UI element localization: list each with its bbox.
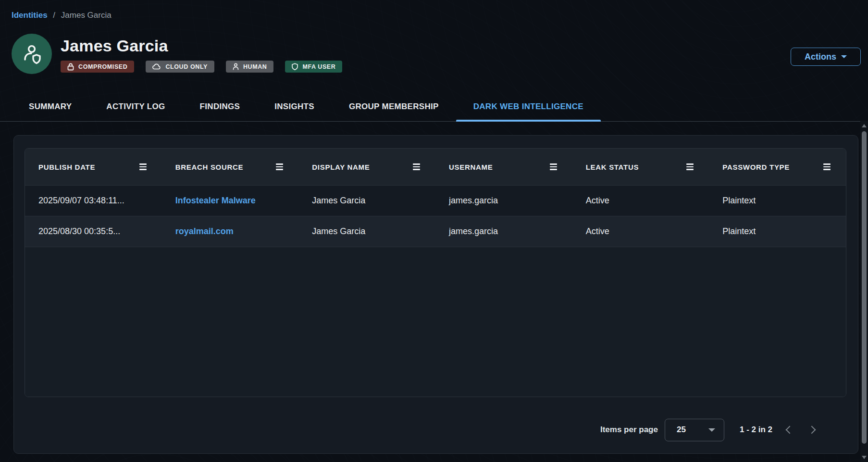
tab-bar: SUMMARY ACTIVITY LOG FINDINGS INSIGHTS G… (0, 96, 868, 122)
page-title: James Garcia (61, 37, 168, 55)
pagination-range: 1 - 2 in 2 (740, 425, 772, 435)
identity-avatar (12, 34, 52, 74)
cell-breach-source-link[interactable]: Infostealer Malware (162, 196, 299, 206)
cell-breach-source-link[interactable]: royalmail.com (162, 226, 299, 237)
person-icon (233, 63, 239, 70)
tab-insights[interactable]: INSIGHTS (257, 96, 332, 122)
column-header-publish-date[interactable]: PUBLISH DATE (25, 163, 162, 171)
tab-findings[interactable]: FINDINGS (183, 96, 258, 122)
table-empty-area (25, 247, 846, 397)
identity-detail-page: Identities / James Garcia James Garcia C… (0, 0, 868, 462)
column-menu-icon[interactable] (823, 163, 831, 170)
column-menu-icon[interactable] (550, 163, 557, 170)
cell-publish-date: 2025/09/07 03:48:11... (25, 196, 162, 206)
cell-publish-date: 2025/08/30 00:35:5... (25, 226, 162, 237)
status-badge-mfa-user: MFA USER (285, 61, 342, 73)
cell-password-type: Plaintext (709, 226, 846, 237)
dark-web-intelligence-panel: PUBLISH DATE BREACH SOURCE DISPLAY NAME … (13, 135, 858, 454)
breadcrumb: Identities / James Garcia (12, 11, 112, 20)
cell-leak-status: Active (572, 226, 709, 237)
vertical-scrollbar[interactable] (860, 121, 868, 462)
table-row[interactable]: 2025/09/07 03:48:11... Infostealer Malwa… (25, 185, 846, 216)
cell-username: james.garcia (435, 196, 572, 206)
breach-table: PUBLISH DATE BREACH SOURCE DISPLAY NAME … (25, 148, 846, 397)
column-menu-icon[interactable] (686, 163, 694, 170)
table-header-row: PUBLISH DATE BREACH SOURCE DISPLAY NAME … (25, 149, 846, 185)
scroll-up-icon[interactable] (862, 124, 867, 127)
cell-display-name: James Garcia (298, 196, 435, 206)
cell-password-type: Plaintext (709, 196, 846, 206)
status-badge-cloud-only: CLOUD ONLY (146, 61, 214, 73)
tab-summary[interactable]: SUMMARY (12, 96, 89, 122)
breadcrumb-current: James Garcia (61, 11, 112, 20)
cell-leak-status: Active (572, 196, 709, 206)
person-shield-icon (20, 42, 43, 65)
chevron-down-icon (841, 55, 847, 58)
table-row[interactable]: 2025/08/30 00:35:5... royalmail.com Jame… (25, 216, 846, 247)
column-menu-icon[interactable] (276, 163, 283, 170)
chevron-down-icon (708, 428, 715, 432)
cell-username: james.garcia (435, 226, 572, 237)
scrollbar-thumb[interactable] (862, 131, 867, 444)
breadcrumb-identities-link[interactable]: Identities (12, 11, 48, 20)
pagination-bar: Items per page 25 1 - 2 in 2 (25, 418, 845, 441)
column-header-username[interactable]: USERNAME (435, 163, 572, 171)
next-page-icon[interactable] (808, 426, 816, 434)
items-per-page-label: Items per page (600, 425, 658, 435)
column-header-password-type[interactable]: PASSWORD TYPE (709, 163, 846, 171)
status-badge-human: HUMAN (226, 61, 274, 73)
cloud-icon (152, 63, 161, 70)
page-size-value: 25 (677, 425, 686, 435)
actions-button[interactable]: Actions (791, 48, 861, 66)
tab-activity-log[interactable]: ACTIVITY LOG (89, 96, 182, 122)
badge-row: COMPROMISED CLOUD ONLY HUMAN (61, 61, 342, 73)
page-size-select[interactable]: 25 (665, 419, 724, 441)
column-header-display-name[interactable]: DISPLAY NAME (298, 163, 435, 171)
column-menu-icon[interactable] (139, 163, 147, 170)
lock-icon (67, 63, 74, 71)
status-badge-compromised: COMPROMISED (61, 61, 134, 73)
breadcrumb-separator: / (53, 11, 55, 20)
tab-dark-web-intelligence[interactable]: DARK WEB INTELLIGENCE (456, 96, 601, 122)
cell-display-name: James Garcia (298, 226, 435, 237)
previous-page-icon[interactable] (786, 426, 794, 434)
scroll-down-icon[interactable] (862, 456, 867, 459)
column-header-breach-source[interactable]: BREACH SOURCE (162, 163, 299, 171)
column-menu-icon[interactable] (413, 163, 420, 170)
column-header-leak-status[interactable]: LEAK STATUS (572, 163, 709, 171)
tab-group-membership[interactable]: GROUP MEMBERSHIP (332, 96, 456, 122)
shield-icon (292, 63, 298, 70)
